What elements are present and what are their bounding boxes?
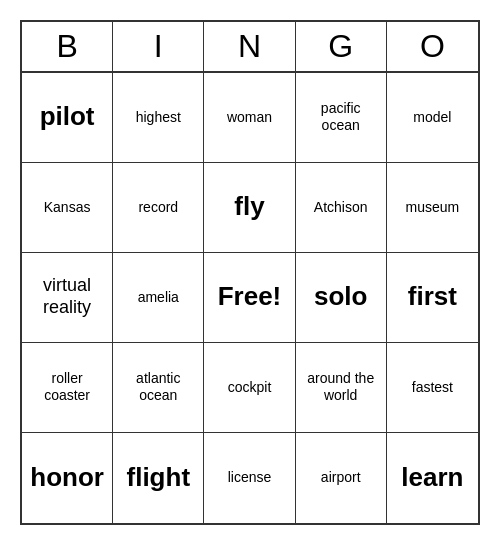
- bingo-cell: Atchison: [296, 163, 387, 253]
- bingo-cell: fastest: [387, 343, 478, 433]
- cell-text: fastest: [412, 379, 453, 396]
- bingo-cell: highest: [113, 73, 204, 163]
- header-letter: O: [387, 22, 478, 71]
- bingo-cell: first: [387, 253, 478, 343]
- bingo-cell: license: [204, 433, 295, 523]
- bingo-cell: roller coaster: [22, 343, 113, 433]
- cell-text: fly: [234, 191, 264, 222]
- cell-text: Free!: [218, 281, 282, 312]
- cell-text: cockpit: [228, 379, 272, 396]
- cell-text: model: [413, 109, 451, 126]
- cell-text: solo: [314, 281, 367, 312]
- bingo-cell: solo: [296, 253, 387, 343]
- cell-text: license: [228, 469, 272, 486]
- bingo-cell: around the world: [296, 343, 387, 433]
- header-letter: B: [22, 22, 113, 71]
- bingo-cell: Free!: [204, 253, 295, 343]
- bingo-cell: amelia: [113, 253, 204, 343]
- cell-text: roller coaster: [28, 370, 106, 404]
- bingo-cell: fly: [204, 163, 295, 253]
- cell-text: museum: [406, 199, 460, 216]
- header-letter: N: [204, 22, 295, 71]
- bingo-cell: woman: [204, 73, 295, 163]
- bingo-cell: virtual reality: [22, 253, 113, 343]
- cell-text: woman: [227, 109, 272, 126]
- cell-text: Kansas: [44, 199, 91, 216]
- bingo-cell: pacific ocean: [296, 73, 387, 163]
- cell-text: pilot: [40, 101, 95, 132]
- cell-text: record: [138, 199, 178, 216]
- bingo-card: BINGO pilothighestwomanpacific oceanmode…: [20, 20, 480, 525]
- cell-text: flight: [127, 462, 191, 493]
- bingo-cell: honor: [22, 433, 113, 523]
- bingo-cell: learn: [387, 433, 478, 523]
- cell-text: pacific ocean: [302, 100, 380, 134]
- bingo-header: BINGO: [22, 22, 478, 73]
- cell-text: airport: [321, 469, 361, 486]
- cell-text: highest: [136, 109, 181, 126]
- cell-text: honor: [30, 462, 104, 493]
- header-letter: I: [113, 22, 204, 71]
- bingo-cell: atlantic ocean: [113, 343, 204, 433]
- cell-text: amelia: [138, 289, 179, 306]
- bingo-grid: pilothighestwomanpacific oceanmodelKansa…: [22, 73, 478, 523]
- cell-text: learn: [401, 462, 463, 493]
- cell-text: virtual reality: [28, 275, 106, 318]
- cell-text: atlantic ocean: [119, 370, 197, 404]
- cell-text: Atchison: [314, 199, 368, 216]
- header-letter: G: [296, 22, 387, 71]
- cell-text: around the world: [302, 370, 380, 404]
- bingo-cell: cockpit: [204, 343, 295, 433]
- bingo-cell: record: [113, 163, 204, 253]
- bingo-cell: museum: [387, 163, 478, 253]
- bingo-cell: model: [387, 73, 478, 163]
- bingo-cell: Kansas: [22, 163, 113, 253]
- bingo-cell: airport: [296, 433, 387, 523]
- bingo-cell: flight: [113, 433, 204, 523]
- bingo-cell: pilot: [22, 73, 113, 163]
- cell-text: first: [408, 281, 457, 312]
